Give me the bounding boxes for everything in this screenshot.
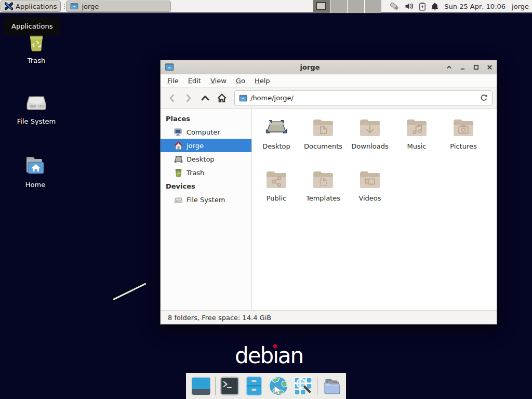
desktop-icon-label: Trash (11, 57, 61, 64)
location-path[interactable]: /home/jorge/ (250, 94, 477, 102)
desktop-icon-file-system[interactable]: File System (11, 89, 61, 125)
battery-tray-icon[interactable] (419, 2, 426, 11)
harddisk-small-icon (174, 195, 183, 204)
notifications-tray-icon[interactable] (431, 2, 439, 11)
workspace-switcher[interactable] (313, 0, 381, 13)
stylus-tray-icon[interactable] (389, 2, 400, 11)
statusbar-text: 8 folders, Free space: 14.4 GiB (168, 314, 271, 322)
maximize-button[interactable] (473, 64, 479, 70)
system-tray (389, 2, 439, 11)
terminal-icon (220, 376, 240, 396)
app-finder-icon (293, 376, 313, 396)
dock-terminal-button[interactable] (219, 376, 240, 396)
location-bar[interactable]: /home/jorge/ (234, 90, 493, 106)
dock-separator (317, 377, 317, 395)
reload-icon[interactable] (480, 94, 488, 102)
file-label: Public (267, 194, 286, 202)
applications-button-label: Applications (16, 3, 57, 10)
menu-help[interactable]: Help (250, 75, 275, 86)
top-panel: Applications jorge (0, 0, 532, 14)
sidebar-item-computer[interactable]: Computer (161, 125, 251, 139)
debian-wordmark: debıan (235, 343, 297, 368)
dock-directory-menu-button[interactable] (321, 376, 342, 396)
file-label: Music (407, 142, 427, 150)
file-tile-templates[interactable]: Templates (300, 167, 347, 215)
directory-menu-icon (322, 376, 341, 396)
music-folder-icon (404, 115, 429, 140)
minimize-button[interactable] (459, 64, 466, 70)
file-tile-desktop[interactable]: Desktop (253, 115, 300, 163)
panel-handle[interactable] (62, 1, 66, 11)
sidebar-item-file-system[interactable]: File System (161, 193, 251, 206)
sidebar-item-trash[interactable]: Trash (161, 166, 251, 179)
sidebar-devices-header: Devices (161, 179, 251, 193)
dock-app-finder-button[interactable] (292, 376, 313, 396)
stray-line-artifact (113, 283, 146, 300)
sidebar-item-label: Computer (187, 128, 220, 136)
file-tile-music[interactable]: Music (393, 115, 440, 163)
volume-tray-icon[interactable] (405, 2, 414, 10)
sidebar-item-desktop[interactable]: Desktop (161, 152, 251, 166)
home-icon (174, 141, 183, 150)
statusbar: 8 folders, Free space: 14.4 GiB (161, 310, 497, 324)
desktop-icon-label: Home (10, 181, 60, 189)
window-title: jorge (177, 63, 443, 71)
menu-file[interactable]: File (163, 75, 183, 86)
dock-separator (215, 377, 216, 395)
applications-button[interactable]: Applications (1, 1, 61, 12)
path-folder-icon (239, 95, 247, 102)
menu-edit[interactable]: Edit (183, 75, 206, 86)
computer-icon (174, 128, 183, 137)
file-tile-videos[interactable]: Videos (347, 167, 393, 215)
file-label: Videos (358, 194, 381, 202)
file-tile-downloads[interactable]: Downloads (347, 115, 393, 163)
forward-button[interactable] (181, 91, 196, 105)
web-browser-icon (268, 376, 289, 396)
file-label: Templates (306, 194, 340, 202)
workspace-4[interactable] (364, 0, 381, 13)
file-label: Desktop (262, 142, 290, 150)
workspace-2[interactable] (330, 0, 347, 13)
file-tile-pictures[interactable]: Pictures (440, 115, 487, 163)
desktop-icon-label: File System (11, 117, 61, 125)
dock-show-desktop-button[interactable] (191, 376, 211, 396)
shade-button[interactable] (446, 64, 452, 70)
documents-folder-icon (311, 115, 336, 140)
templates-folder-icon (311, 167, 336, 192)
home-button[interactable] (215, 91, 229, 105)
wordmark-i: ı (273, 343, 278, 368)
file-manager-window: jorge File Edit View Go Help (160, 60, 497, 325)
home-folder-icon (23, 153, 48, 178)
workspace-1[interactable] (313, 0, 330, 13)
panel-clock[interactable]: Sun 25 Apr, 10:06 (444, 3, 506, 10)
dock-file-manager-button[interactable] (244, 376, 264, 396)
titlebar[interactable]: jorge (161, 60, 497, 74)
file-label: Documents (304, 142, 342, 150)
file-label: Downloads (351, 142, 388, 150)
dock (186, 373, 346, 399)
file-tile-public[interactable]: Public (253, 167, 300, 215)
panel-username[interactable]: jorge (512, 3, 529, 10)
file-label: Pictures (450, 142, 476, 150)
workspace-3[interactable] (347, 0, 364, 13)
menu-go[interactable]: Go (231, 75, 250, 86)
xfce-logo-icon (5, 2, 13, 10)
dock-web-browser-button[interactable] (268, 376, 289, 396)
desktop-icon-home[interactable]: Home (10, 153, 60, 189)
downloads-folder-icon (357, 115, 382, 140)
back-button[interactable] (165, 91, 179, 105)
trash-small-icon (174, 168, 183, 177)
sidebar-item-jorge[interactable]: jorge (161, 139, 251, 152)
sidebar-places-header: Places (161, 112, 251, 125)
file-tile-documents[interactable]: Documents (300, 115, 347, 163)
close-button[interactable] (486, 64, 493, 70)
sidebar-item-label: File System (187, 196, 225, 204)
file-grid: Desktop Documents (252, 109, 497, 310)
menu-view[interactable]: View (206, 75, 231, 86)
show-desktop-icon (191, 376, 211, 396)
taskbar-window-button[interactable]: jorge (66, 1, 171, 12)
taskbar-window-label: jorge (82, 3, 99, 10)
up-button[interactable] (198, 91, 212, 105)
desktop-special-icon (264, 115, 289, 140)
workspace-window-preview (316, 2, 326, 10)
